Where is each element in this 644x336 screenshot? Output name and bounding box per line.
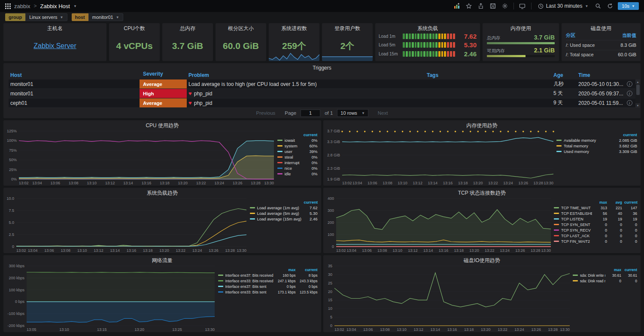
legend-series-name[interactable]: system	[285, 144, 300, 148]
legend-series-name[interactable]: Load average (15m avg)	[257, 217, 302, 221]
legend-series-name[interactable]: TCP LAST_ACK	[561, 234, 592, 238]
panel-title[interactable]: 根分区大小	[216, 23, 266, 31]
legend-series-name[interactable]: TCP TIME_WAIT	[561, 206, 592, 210]
legend-series-name[interactable]: Interface ens33: Bits sent	[225, 290, 274, 294]
variable-value-dropdown-group[interactable]: Linux servers▼	[25, 13, 67, 21]
legend-column-current[interactable]: current	[304, 200, 318, 205]
legend-series-name[interactable]: Total memory	[564, 144, 614, 148]
legend-column-avg[interactable]: avg	[609, 200, 622, 205]
heart-icon[interactable]: ♥	[188, 100, 192, 106]
scrollbar-thumb[interactable]	[636, 85, 640, 95]
legend-column-current[interactable]: current	[298, 268, 318, 272]
panel-title[interactable]: Triggers	[3, 63, 641, 71]
legend-column-max[interactable]: max	[594, 200, 607, 205]
legend-series-name[interactable]: TCP ESTABLISHED	[561, 211, 592, 216]
legend-column-max[interactable]: max	[276, 268, 296, 272]
hostname-link[interactable]: Zabbix Server	[33, 42, 76, 50]
add-panel-icon[interactable]	[451, 1, 462, 11]
legend-series-name[interactable]: nice	[285, 166, 300, 171]
breadcrumb-dashboard[interactable]: Zabbix Host	[40, 3, 70, 9]
panel-title[interactable]: 网络流量	[3, 255, 321, 263]
legend-series-name[interactable]: TCP SYN_SENT	[561, 223, 592, 227]
panel-title[interactable]: 系统进程数	[269, 23, 319, 31]
breadcrumb-folder[interactable]: zabbix	[14, 3, 30, 9]
variable-value-dropdown-host[interactable]: monitor01▼	[88, 13, 123, 21]
legend-column-current[interactable]: current	[623, 268, 637, 272]
legend-series-name[interactable]: Interface ens37: Bits sent	[225, 284, 274, 289]
panel-title[interactable]: CPU个数	[109, 23, 160, 31]
panel-title[interactable]: 系统负载	[375, 23, 480, 31]
panel-title[interactable]: 系统负载趋势	[3, 188, 321, 195]
legend-column-max[interactable]: max	[608, 268, 621, 272]
tv-mode-icon[interactable]	[517, 1, 528, 11]
legend-series-name[interactable]: TCP SYN_RECV	[561, 228, 592, 232]
legend-series-name[interactable]: TCP FIN_WAIT2	[561, 239, 592, 244]
triggers-column-time[interactable]: Time	[577, 72, 624, 78]
legend-series-name[interactable]: Interface ens33: Bits received	[225, 279, 274, 283]
panel-title[interactable]: TCP 状态连接数趋势	[323, 188, 641, 195]
triggers-column-problem[interactable]: Problem	[187, 72, 425, 78]
system-load-plot[interactable]: 02.55.07.510.013:0213:0413:0613:0813:101…	[3, 195, 250, 253]
time-range-picker[interactable]: Last 30 minutes ▼	[535, 2, 592, 10]
triggers-column-host[interactable]: Host	[9, 72, 140, 78]
panel-title[interactable]: CPU 使用趋势	[3, 120, 321, 128]
legend-series-name[interactable]: Used memory	[564, 149, 614, 154]
share-icon[interactable]	[475, 1, 486, 11]
legend-series-name[interactable]: interrupt	[285, 160, 300, 165]
panel-title[interactable]: 主机名	[3, 23, 106, 31]
panel-title[interactable]: 内存使用趋势	[323, 120, 641, 128]
legend-series-name[interactable]: sda: Disk read rate	[580, 279, 605, 283]
apps-menu-icon[interactable]	[5, 3, 11, 9]
save-icon[interactable]	[487, 1, 498, 11]
triggers-column-severity[interactable]: Severity	[140, 71, 187, 79]
refresh-interval-picker[interactable]: 10s ▼	[618, 2, 639, 10]
legend-series-name[interactable]: Load average (1m avg)	[257, 205, 302, 210]
trigger-row[interactable]: monitor01High♥php_pid5 天2020-05-05 09:37…	[9, 89, 635, 98]
panel-title[interactable]: 登录用户数	[322, 23, 373, 31]
legend-column-current[interactable]: current	[302, 132, 318, 137]
disk-io-plot[interactable]: 0510152025303513:0213:0413:0613:0813:101…	[323, 263, 573, 332]
legend-series-name[interactable]: steal	[285, 155, 300, 159]
triggers-column-age[interactable]: Age	[552, 72, 577, 78]
chevron-down-icon[interactable]: ▼	[73, 4, 77, 8]
legend-column-current[interactable]: current	[616, 132, 637, 137]
disk-col-current[interactable]: 当前值	[622, 32, 636, 39]
legend-series-name[interactable]: Available memory	[564, 138, 614, 143]
legend-series-name[interactable]: TCP LISTEN	[561, 217, 592, 221]
previous-page-button[interactable]: Previous	[251, 110, 281, 116]
table-scrollbar[interactable]: ▲ ▼	[635, 79, 640, 108]
legend-series-name[interactable]: sda: Disk write rate	[580, 273, 605, 278]
triggers-column-tags[interactable]: Tags	[425, 72, 552, 78]
next-page-button[interactable]: Next	[373, 110, 393, 116]
tcp-connections-plot[interactable]: 010020030040013:0213:0413:0613:0813:1013…	[323, 195, 554, 253]
panel-title[interactable]: 总内存	[162, 23, 213, 31]
network-traffic-plot[interactable]: -200 kbps-100 kbps0 bps100 kbps200 kbps3…	[3, 263, 218, 332]
legend-column-current[interactable]: current	[624, 200, 637, 205]
page-number-input[interactable]	[301, 110, 320, 117]
scroll-down-icon[interactable]: ▼	[635, 103, 640, 108]
info-icon[interactable]: i	[627, 91, 632, 96]
legend-series-name[interactable]: user	[285, 149, 300, 154]
scroll-up-icon[interactable]: ▲	[635, 79, 640, 84]
disk-col-partition[interactable]: 分区	[566, 32, 575, 39]
legend-series-name[interactable]: Interface ens37: Bits received	[225, 273, 274, 278]
info-icon[interactable]: i	[627, 100, 632, 106]
heart-icon[interactable]: ♥	[188, 90, 192, 97]
rows-per-page-select[interactable]: 10 rows ▼	[337, 109, 368, 117]
legend-series-name[interactable]: Load average (5m avg)	[257, 211, 302, 216]
refresh-icon[interactable]	[605, 1, 616, 11]
gear-icon[interactable]	[499, 1, 510, 11]
panel-title[interactable]: 内存使用	[483, 23, 559, 31]
info-icon[interactable]: i	[627, 81, 632, 87]
cpu-usage-plot[interactable]: 0%25%50%75%100%125%13:0213:0413:0613:081…	[3, 128, 277, 186]
scrollbar-track[interactable]	[635, 84, 640, 103]
trigger-row[interactable]: ceph01Average♥php_pid9 天2020-05-01 11:59…	[9, 98, 635, 108]
memory-usage-plot[interactable]: 1.9 GiB2.3 GiB2.8 GiB3.3 GiB3.7 GiB13:02…	[323, 128, 557, 186]
panel-title[interactable]: 磁盘IO使用趋势	[323, 255, 641, 263]
star-icon[interactable]	[463, 1, 474, 11]
legend-series-name[interactable]: idle	[285, 171, 300, 176]
legend-series-name[interactable]: iowait	[285, 138, 300, 143]
search-icon[interactable]	[592, 1, 604, 11]
trigger-row[interactable]: monitor01AverageLoad average is too high…	[9, 79, 635, 89]
panel-title[interactable]: 磁盘使用	[562, 23, 641, 31]
